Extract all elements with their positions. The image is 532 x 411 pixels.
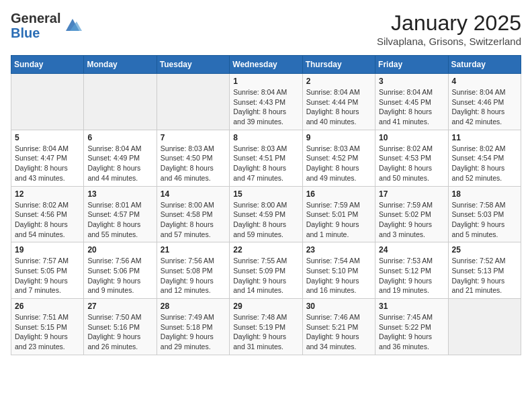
day-info: Sunrise: 7:49 AM Sunset: 5:18 PM Dayligh… (161, 312, 226, 352)
day-number: 19 (15, 245, 80, 255)
day-cell: 20Sunrise: 7:56 AM Sunset: 5:06 PM Dayli… (84, 242, 157, 299)
page-header: General Blue January 2025 Silvaplana, Gr… (11, 11, 521, 47)
logo-icon (63, 16, 82, 35)
header-row: SundayMondayTuesdayWednesdayThursdayFrid… (11, 56, 521, 74)
day-info: Sunrise: 8:04 AM Sunset: 4:43 PM Dayligh… (233, 87, 298, 127)
day-cell: 1Sunrise: 8:04 AM Sunset: 4:43 PM Daylig… (230, 74, 302, 130)
day-number: 23 (306, 245, 371, 255)
day-cell: 31Sunrise: 7:45 AM Sunset: 5:22 PM Dayli… (375, 299, 448, 355)
day-number: 5 (15, 133, 80, 142)
day-cell: 25Sunrise: 7:52 AM Sunset: 5:13 PM Dayli… (448, 242, 521, 299)
week-row-3: 19Sunrise: 7:57 AM Sunset: 5:05 PM Dayli… (11, 242, 521, 299)
day-info: Sunrise: 7:59 AM Sunset: 5:01 PM Dayligh… (306, 200, 371, 240)
day-number: 21 (161, 245, 226, 255)
week-row-1: 5Sunrise: 8:04 AM Sunset: 4:47 PM Daylig… (11, 130, 521, 186)
week-row-0: 1Sunrise: 8:04 AM Sunset: 4:43 PM Daylig… (11, 74, 521, 130)
day-info: Sunrise: 7:58 AM Sunset: 5:03 PM Dayligh… (452, 200, 517, 240)
day-cell: 14Sunrise: 8:00 AM Sunset: 4:58 PM Dayli… (157, 186, 229, 242)
day-cell: 26Sunrise: 7:51 AM Sunset: 5:15 PM Dayli… (11, 299, 84, 355)
day-info: Sunrise: 8:04 AM Sunset: 4:47 PM Dayligh… (15, 144, 80, 183)
day-info: Sunrise: 8:04 AM Sunset: 4:45 PM Dayligh… (379, 87, 444, 127)
day-info: Sunrise: 7:59 AM Sunset: 5:02 PM Dayligh… (379, 200, 444, 240)
day-cell: 17Sunrise: 7:59 AM Sunset: 5:02 PM Dayli… (375, 186, 448, 242)
day-cell: 28Sunrise: 7:49 AM Sunset: 5:18 PM Dayli… (157, 299, 229, 355)
day-number: 2 (306, 77, 371, 86)
week-row-2: 12Sunrise: 8:02 AM Sunset: 4:56 PM Dayli… (11, 186, 521, 242)
day-cell: 3Sunrise: 8:04 AM Sunset: 4:45 PM Daylig… (375, 74, 448, 130)
calendar-body: 1Sunrise: 8:04 AM Sunset: 4:43 PM Daylig… (11, 74, 521, 355)
day-number: 18 (452, 189, 517, 199)
day-info: Sunrise: 8:02 AM Sunset: 4:54 PM Dayligh… (452, 144, 517, 183)
day-info: Sunrise: 8:02 AM Sunset: 4:56 PM Dayligh… (15, 200, 80, 240)
day-number: 6 (87, 133, 152, 142)
logo-general-text: General (11, 11, 60, 26)
day-info: Sunrise: 7:51 AM Sunset: 5:15 PM Dayligh… (15, 312, 80, 352)
day-cell (448, 299, 521, 355)
day-cell: 23Sunrise: 7:54 AM Sunset: 5:10 PM Dayli… (302, 242, 375, 299)
day-cell: 21Sunrise: 7:56 AM Sunset: 5:08 PM Dayli… (157, 242, 229, 299)
day-number: 13 (87, 189, 152, 199)
day-cell: 29Sunrise: 7:48 AM Sunset: 5:19 PM Dayli… (230, 299, 302, 355)
day-number: 4 (452, 77, 517, 86)
day-number: 7 (161, 133, 226, 142)
header-saturday: Saturday (448, 56, 521, 74)
day-info: Sunrise: 7:55 AM Sunset: 5:09 PM Dayligh… (233, 256, 298, 295)
day-number: 9 (306, 133, 371, 142)
day-cell: 5Sunrise: 8:04 AM Sunset: 4:47 PM Daylig… (11, 130, 84, 186)
logo-blue-text: Blue (11, 26, 60, 40)
header-tuesday: Tuesday (157, 56, 229, 74)
title-block: January 2025 Silvaplana, Grisons, Switze… (377, 11, 521, 47)
header-sunday: Sunday (11, 56, 84, 74)
day-cell: 15Sunrise: 8:00 AM Sunset: 4:59 PM Dayli… (230, 186, 302, 242)
day-cell: 10Sunrise: 8:02 AM Sunset: 4:53 PM Dayli… (375, 130, 448, 186)
day-info: Sunrise: 7:57 AM Sunset: 5:05 PM Dayligh… (15, 256, 80, 295)
header-thursday: Thursday (302, 56, 375, 74)
day-info: Sunrise: 7:56 AM Sunset: 5:06 PM Dayligh… (87, 256, 152, 295)
day-cell (84, 74, 157, 130)
day-cell: 9Sunrise: 8:03 AM Sunset: 4:52 PM Daylig… (302, 130, 375, 186)
day-info: Sunrise: 8:00 AM Sunset: 4:59 PM Dayligh… (233, 200, 298, 240)
day-info: Sunrise: 7:56 AM Sunset: 5:08 PM Dayligh… (161, 256, 226, 295)
day-info: Sunrise: 7:52 AM Sunset: 5:13 PM Dayligh… (452, 256, 517, 295)
day-number: 11 (452, 133, 517, 142)
day-cell: 24Sunrise: 7:53 AM Sunset: 5:12 PM Dayli… (375, 242, 448, 299)
day-number: 16 (306, 189, 371, 199)
day-number: 20 (87, 245, 152, 255)
day-number: 22 (233, 245, 298, 255)
day-info: Sunrise: 8:04 AM Sunset: 4:46 PM Dayligh… (452, 87, 517, 127)
day-cell: 6Sunrise: 8:04 AM Sunset: 4:49 PM Daylig… (84, 130, 157, 186)
day-info: Sunrise: 8:02 AM Sunset: 4:53 PM Dayligh… (379, 144, 444, 183)
day-cell: 13Sunrise: 8:01 AM Sunset: 4:57 PM Dayli… (84, 186, 157, 242)
day-number: 24 (379, 245, 444, 255)
header-wednesday: Wednesday (230, 56, 302, 74)
week-row-4: 26Sunrise: 7:51 AM Sunset: 5:15 PM Dayli… (11, 299, 521, 355)
day-number: 10 (379, 133, 444, 142)
day-info: Sunrise: 8:04 AM Sunset: 4:49 PM Dayligh… (87, 144, 152, 183)
day-info: Sunrise: 8:01 AM Sunset: 4:57 PM Dayligh… (87, 200, 152, 240)
location-text: Silvaplana, Grisons, Switzerland (377, 36, 521, 47)
day-info: Sunrise: 7:53 AM Sunset: 5:12 PM Dayligh… (379, 256, 444, 295)
day-number: 17 (379, 189, 444, 199)
day-number: 8 (233, 133, 298, 142)
day-cell: 18Sunrise: 7:58 AM Sunset: 5:03 PM Dayli… (448, 186, 521, 242)
day-cell (157, 74, 229, 130)
day-cell: 16Sunrise: 7:59 AM Sunset: 5:01 PM Dayli… (302, 186, 375, 242)
calendar-header: SundayMondayTuesdayWednesdayThursdayFrid… (11, 56, 521, 74)
day-cell: 4Sunrise: 8:04 AM Sunset: 4:46 PM Daylig… (448, 74, 521, 130)
day-info: Sunrise: 7:50 AM Sunset: 5:16 PM Dayligh… (87, 312, 152, 352)
day-info: Sunrise: 8:03 AM Sunset: 4:52 PM Dayligh… (306, 144, 371, 183)
day-number: 26 (15, 302, 80, 311)
day-number: 3 (379, 77, 444, 86)
day-number: 15 (233, 189, 298, 199)
day-info: Sunrise: 8:03 AM Sunset: 4:50 PM Dayligh… (161, 144, 226, 183)
day-number: 14 (161, 189, 226, 199)
day-info: Sunrise: 7:46 AM Sunset: 5:21 PM Dayligh… (306, 312, 371, 352)
day-number: 28 (161, 302, 226, 311)
header-monday: Monday (84, 56, 157, 74)
day-number: 1 (233, 77, 298, 86)
day-cell: 11Sunrise: 8:02 AM Sunset: 4:54 PM Dayli… (448, 130, 521, 186)
day-info: Sunrise: 7:54 AM Sunset: 5:10 PM Dayligh… (306, 256, 371, 295)
day-cell: 22Sunrise: 7:55 AM Sunset: 5:09 PM Dayli… (230, 242, 302, 299)
calendar-table: SundayMondayTuesdayWednesdayThursdayFrid… (11, 55, 521, 355)
day-number: 27 (87, 302, 152, 311)
